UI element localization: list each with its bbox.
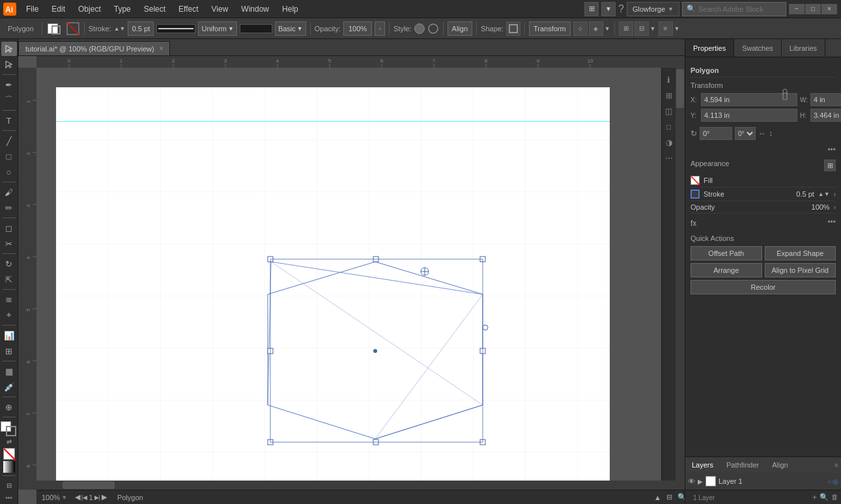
tab-swatches[interactable]: Swatches	[734, 39, 782, 57]
style-icon[interactable]	[427, 23, 439, 35]
fill-gradient-icon[interactable]	[3, 461, 15, 473]
menu-help[interactable]: Help	[276, 0, 305, 18]
menu-view[interactable]: View	[205, 0, 235, 18]
menu-window[interactable]: Window	[235, 0, 276, 18]
pen-tool[interactable]: ✒	[1, 77, 17, 92]
grid2-icon[interactable]: ⊞	[663, 90, 675, 102]
glowforge-button[interactable]: Glowforge ▼	[627, 2, 679, 16]
appearance-more[interactable]: •••	[827, 217, 836, 227]
more-tools[interactable]: •••	[5, 494, 12, 501]
selection-tool[interactable]	[1, 42, 17, 56]
search-layer-icon[interactable]: 🔍	[820, 493, 829, 502]
transform-more-options[interactable]: •••	[691, 145, 836, 154]
transform-chevron[interactable]: ▼	[605, 21, 610, 36]
blend-tool[interactable]: ⊕	[1, 400, 17, 414]
view-chevron[interactable]: ▼	[650, 21, 656, 36]
canvas-wrapper[interactable]: 0 1 2 3 4 5 6 7 8	[18, 56, 685, 490]
layer-expand-icon[interactable]: ▶	[698, 478, 703, 485]
view-btn-2[interactable]: ⊟	[634, 21, 649, 36]
canvas-scroll[interactable]	[36, 68, 676, 481]
menu-object[interactable]: Object	[72, 0, 107, 18]
transform-btn-1[interactable]: ⊹	[573, 21, 588, 36]
layers-tab-layers[interactable]: Layers	[685, 457, 720, 473]
view-btn-1[interactable]: ⊞	[619, 21, 633, 36]
align-button[interactable]: Align	[448, 21, 472, 36]
h-input[interactable]	[810, 109, 841, 122]
expand-shape-button[interactable]: Expand Shape	[765, 246, 836, 260]
delete-layer-icon[interactable]: 🗑	[831, 493, 838, 502]
mesh-tool[interactable]: ⊞	[1, 344, 17, 358]
close-button[interactable]: ×	[821, 4, 837, 14]
menu-file[interactable]: File	[20, 0, 45, 18]
page-last[interactable]: ▶	[102, 493, 107, 501]
panel-icon6[interactable]: ◑	[663, 137, 675, 148]
stroke-arrow[interactable]: ›	[834, 191, 836, 198]
opacity-arrow[interactable]: ›	[834, 204, 836, 211]
stroke-line-style[interactable]	[156, 24, 195, 33]
flip-h-icon[interactable]: ↔	[758, 129, 766, 138]
menu-edit[interactable]: Edit	[45, 0, 72, 18]
vertical-scrollbar[interactable]	[676, 68, 685, 481]
stroke-stepper[interactable]: ▲▼	[818, 191, 830, 197]
eyedropper-tool[interactable]: 💉	[1, 380, 17, 394]
page-next[interactable]: ▶|	[94, 494, 100, 501]
direct-selection-tool[interactable]	[1, 57, 17, 72]
help-icon[interactable]: ?	[618, 3, 624, 15]
scissors-tool[interactable]: ✂	[1, 236, 17, 251]
line-tool[interactable]: ╱	[1, 133, 17, 148]
line-style-swatch[interactable]	[240, 24, 272, 33]
basic-dropdown[interactable]: Basic ▼	[275, 21, 306, 36]
curvature-tool[interactable]: ⌒	[1, 93, 17, 107]
uniform-dropdown[interactable]: Uniform ▼	[198, 21, 236, 36]
graph-tool[interactable]: 📊	[1, 328, 17, 343]
rotate-tool[interactable]: ↻	[1, 257, 17, 271]
document-tab[interactable]: tutorial.ai* @ 100% (RGB/GPU Preview) ×	[18, 41, 170, 55]
shape-icon[interactable]	[506, 21, 520, 36]
gradient-tool[interactable]: ▦	[1, 364, 17, 378]
tab-libraries[interactable]: Libraries	[782, 39, 825, 57]
fill-color-box[interactable]	[691, 176, 700, 185]
arrange-chevron[interactable]: ▼	[674, 21, 680, 36]
layer-circle-icon[interactable]: ○	[827, 478, 831, 485]
info-icon[interactable]: ℹ	[663, 74, 675, 86]
close-tab-icon[interactable]: ×	[160, 45, 164, 52]
layers-tab-align[interactable]: Align	[765, 457, 794, 473]
menu-type[interactable]: Type	[107, 0, 137, 18]
opacity-expand[interactable]: ›	[375, 21, 385, 36]
stroke-color-swatch[interactable]	[46, 21, 63, 36]
transform-button[interactable]: Transform	[529, 21, 571, 36]
add-layer-icon[interactable]: +	[812, 493, 817, 502]
page-prev[interactable]: ◀	[75, 493, 80, 501]
lock-proportions[interactable]	[780, 83, 790, 109]
layer-target-icon[interactable]: ◎	[833, 478, 838, 485]
status-icon-1[interactable]: ⊟	[666, 493, 672, 501]
artboard-tool[interactable]: ⊟	[1, 479, 17, 493]
style-color[interactable]	[414, 23, 425, 34]
minimize-button[interactable]: −	[789, 4, 805, 14]
layers-menu-icon[interactable]: ≡	[834, 462, 838, 469]
scale-tool[interactable]: ⇱	[1, 272, 17, 287]
layer-visibility-icon[interactable]: 👁	[688, 477, 695, 485]
rotate-select[interactable]: 0°	[735, 127, 756, 140]
flip-v-icon[interactable]: ↕	[769, 129, 773, 138]
fill-none-icon[interactable]	[3, 448, 15, 460]
align-pixel-grid-button[interactable]: Align to Pixel Grid	[765, 263, 836, 277]
maximize-button[interactable]: □	[805, 4, 821, 14]
layers-tab-pathfinder[interactable]: Pathfinder	[720, 457, 765, 473]
tools-dropdown[interactable]: ▼	[601, 2, 616, 16]
arrange-btn-1[interactable]: ≡	[659, 21, 673, 36]
appearance-expand-icon[interactable]: ⊞	[824, 160, 836, 171]
menu-effect[interactable]: Effect	[172, 0, 205, 18]
eraser-tool[interactable]: ◻	[1, 221, 17, 235]
tab-properties[interactable]: Properties	[685, 39, 734, 57]
fx-button[interactable]: fx	[691, 219, 696, 228]
offset-path-button[interactable]: Offset Path	[691, 246, 762, 260]
stroke-swatch-box[interactable]	[66, 21, 80, 36]
rect-tool[interactable]: □	[1, 149, 17, 163]
panel-icon5[interactable]: □	[663, 121, 675, 133]
page-first[interactable]: |◀	[81, 494, 87, 501]
pencil-tool[interactable]: ✏	[1, 201, 17, 215]
arrange-button[interactable]: Arrange	[691, 263, 762, 277]
puppet-tool[interactable]: ⌖	[1, 308, 17, 322]
y-input[interactable]	[701, 109, 797, 122]
